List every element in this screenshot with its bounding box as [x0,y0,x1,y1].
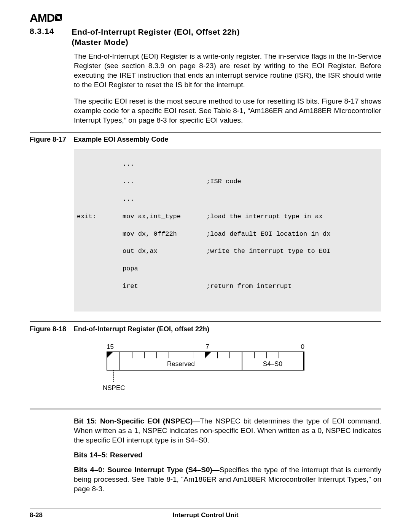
bit-label-15: 15 [107,343,123,351]
triangle-icon [206,352,211,358]
figure-label: Figure 8-18 [30,325,66,333]
bit-ticks [120,352,242,358]
bit-label-0: 0 [292,343,304,351]
code-instr: out dx,ax [123,247,206,256]
logo-text: AMD [30,11,54,24]
code-instr: mov ax,int_type [123,212,206,221]
callout-line [113,370,115,382]
register-s4s0-field: S4–S0 [242,352,304,370]
footer-title: Interrupt Control Unit [68,511,343,519]
code-instr: mov dx, 0ff22h [123,230,206,239]
figure-label: Figure 8-17 [30,136,66,143]
register-box: Reserved S4–S0 NSPEC [107,351,304,371]
amd-logo: AMD [30,11,381,24]
section-title-line2: (Master Mode) [72,38,128,46]
code-comment: ;write the interrupt type to EOI [206,247,378,256]
logo-arrow-icon [54,11,64,24]
code-label [77,265,123,273]
register-reserved-field: Reserved [120,352,242,370]
code-block: ... ...;ISR code ... exit:mov ax,int_typ… [74,149,381,312]
bit-15-lead: Bit 15: Non-Specific EOI (NSPEC) [74,417,193,425]
register-bit-labels: 15 7 0 [107,343,304,351]
triangle-icon [107,352,113,358]
horizontal-rule [30,132,381,133]
code-label [77,160,123,169]
code-label [77,195,123,204]
code-label [77,282,123,291]
register-diagram: 15 7 0 Reserved S4–S0 [107,343,304,371]
code-instr: ... [123,160,206,169]
code-comment: ;load default EOI location in dx [206,230,378,239]
code-comment: ;ISR code [206,177,378,186]
code-comment [206,160,378,169]
bits-14-5-lead: Bits 14–5: Reserved [74,451,143,459]
code-instr: iret [123,282,206,291]
figure-8-17-caption: Figure 8-17 Example EOI Assembly Code [30,136,381,144]
section-title-line1: End-of-Interrupt Register (EOI, Offset 2… [72,27,240,36]
code-label [77,247,123,256]
figure-8-18-caption: Figure 8-18 End-of-Interrupt Register (E… [30,325,381,333]
bit-15-description: Bit 15: Non-Specific EOI (NSPEC)—The NSP… [74,416,381,445]
code-comment [206,195,378,204]
section-number: 8.3.14 [30,27,54,48]
bits-4-0-description: Bits 4–0: Source Interrupt Type (S4–S0)—… [74,465,381,494]
code-label [77,177,123,186]
nspec-label: NSPEC [103,384,125,392]
paragraph-1: The End-of-Interrupt (EOI) Register is a… [74,51,381,89]
bits-4-0-lead: Bits 4–0: Source Interrupt Type (S4–S0) [74,466,212,474]
page-number: 8-28 [30,511,68,519]
bit-ticks [242,352,303,358]
figure-title: End-of-Interrupt Register (EOI, offset 2… [73,325,209,333]
horizontal-rule [30,321,381,322]
code-instr: ... [123,177,206,186]
section-title: End-of-Interrupt Register (EOI, Offset 2… [72,27,240,48]
reserved-label: Reserved [120,358,242,370]
code-comment [206,265,378,273]
horizontal-rule [30,409,381,409]
paragraph-2: The specific EOI reset is the most secur… [74,96,381,125]
bit-descriptions: Bit 15: Non-Specific EOI (NSPEC)—The NSP… [74,416,381,494]
code-label [77,230,123,239]
code-label: exit: [77,212,123,221]
code-comment: ;return from interrupt [206,282,378,291]
section-header: 8.3.14 End-of-Interrupt Register (EOI, O… [30,27,381,48]
register-bit-15 [107,352,120,370]
figure-title: Example EOI Assembly Code [73,136,168,143]
code-instr: popa [123,265,206,273]
code-comment: ;load the interrupt type in ax [206,212,378,221]
s4s0-label: S4–S0 [242,358,303,370]
bits-14-5-description: Bits 14–5: Reserved [74,450,381,460]
bit-label-7: 7 [201,343,213,351]
body-text: The End-of-Interrupt (EOI) Register is a… [74,51,381,125]
page-footer: 8-28 Interrupt Control Unit [30,508,381,519]
code-instr: ... [123,195,206,204]
